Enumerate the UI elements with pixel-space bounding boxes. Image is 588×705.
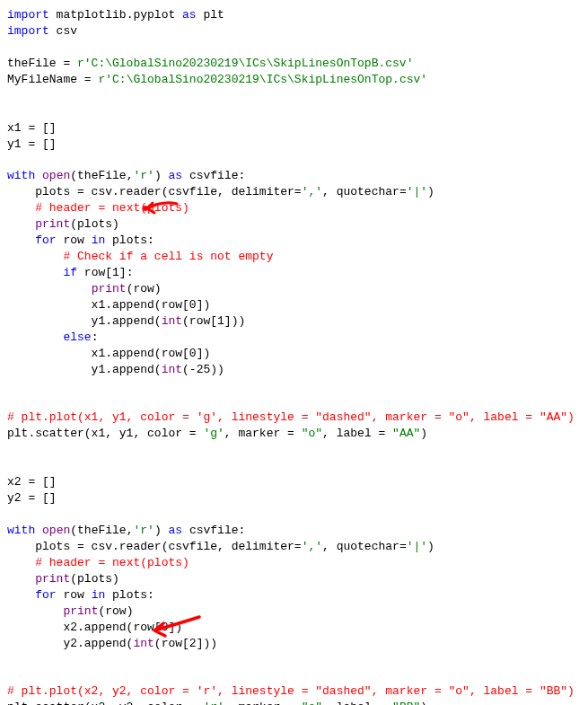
code-block: import matplotlib.pyplot as plt import c… — [7, 7, 581, 705]
kw-import: import — [7, 8, 49, 22]
